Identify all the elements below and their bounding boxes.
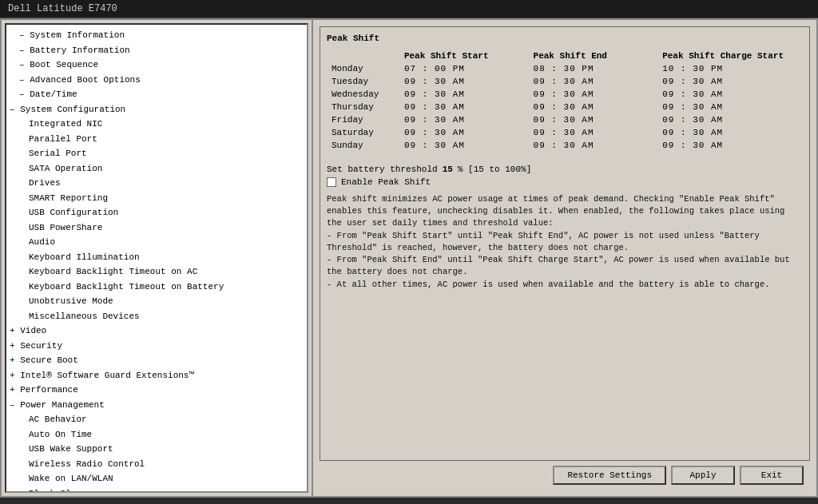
end-cell[interactable]: 09 : 30 AM [529, 88, 658, 101]
col-day [327, 50, 399, 62]
sidebar-item-intel-sge[interactable]: + Intel® Software Guard Extensions™ [6, 368, 307, 383]
day-cell: Sunday [327, 139, 399, 152]
sidebar-item-unobtrusive-mode[interactable]: Unobtrusive Mode [6, 294, 307, 309]
charge-cell[interactable]: 09 : 30 AM [657, 113, 803, 126]
sidebar-item-wireless-radio[interactable]: Wireless Radio Control [6, 457, 307, 472]
sidebar-item-usb-wake[interactable]: USB Wake Support [6, 442, 307, 457]
title-text: Dell Latitude E7470 [8, 3, 117, 14]
charge-cell[interactable]: 09 : 30 AM [657, 88, 803, 101]
sidebar-item-performance[interactable]: + Performance [6, 383, 307, 398]
sidebar-item-parallel-port[interactable]: Parallel Port [6, 132, 307, 147]
day-cell: Thursday [327, 101, 399, 113]
sidebar-item-security[interactable]: + Security [6, 339, 307, 354]
table-row: Monday07 : 00 PM08 : 30 PM10 : 30 PM [327, 62, 803, 75]
enable-peak-shift-checkbox[interactable] [327, 177, 336, 187]
sidebar-item-drives[interactable]: Drives [6, 176, 307, 191]
charge-cell[interactable]: 09 : 30 AM [657, 75, 803, 88]
sidebar-item-battery-info[interactable]: – Battery Information [6, 43, 307, 58]
day-cell: Wednesday [327, 88, 399, 101]
enable-peak-shift-row[interactable]: Enable Peak Shift [327, 177, 803, 187]
start-cell[interactable]: 09 : 30 AM [399, 88, 529, 101]
battery-threshold-row: Set battery threshold 15 % [15 to 100%] [327, 165, 803, 174]
table-row: Tuesday09 : 30 AM09 : 30 AM09 : 30 AM [327, 75, 803, 88]
end-cell[interactable]: 09 : 30 AM [529, 113, 658, 126]
peak-shift-table: Peak Shift Start Peak Shift End Peak Shi… [327, 50, 803, 152]
table-row: Saturday09 : 30 AM09 : 30 AM09 : 30 AM [327, 126, 803, 139]
sidebar-item-secure-boot[interactable]: + Secure Boot [6, 353, 307, 368]
charge-cell[interactable]: 09 : 30 AM [657, 126, 803, 139]
sidebar-item-power-management[interactable]: – Power Management [6, 398, 307, 413]
sidebar-item-boot-sequence[interactable]: – Boot Sequence [6, 58, 307, 73]
sidebar-item-system-config[interactable]: – System Configuration [6, 102, 307, 117]
threshold-range: % [15 to 100%] [458, 165, 531, 174]
description-line: - At all other times, AC power is used w… [327, 279, 803, 291]
title-bar: Dell Latitude E7470 [0, 0, 818, 18]
col-charge: Peak Shift Charge Start [657, 50, 803, 62]
main-container: – System Information– Battery Informatio… [0, 18, 818, 498]
restore-button[interactable]: Restore Settings [553, 466, 666, 485]
end-cell[interactable]: 09 : 30 AM [529, 101, 658, 113]
day-cell: Tuesday [327, 75, 399, 88]
left-panel: – System Information– Battery Informatio… [2, 20, 313, 496]
end-cell[interactable]: 09 : 30 AM [529, 126, 658, 139]
peak-shift-title: Peak Shift [327, 34, 803, 43]
table-row: Sunday09 : 30 AM09 : 30 AM09 : 30 AM [327, 139, 803, 152]
end-cell[interactable]: 08 : 30 PM [529, 62, 658, 75]
start-cell[interactable]: 09 : 30 AM [399, 113, 529, 126]
sidebar-item-date-time[interactable]: – Date/Time [6, 87, 307, 102]
peak-shift-section: Peak Shift Peak Shift Start Peak Shift E… [320, 26, 810, 461]
bottom-buttons: Restore Settings Apply Exit [320, 461, 810, 490]
sidebar-item-block-sleep[interactable]: Block Sleep [6, 486, 307, 494]
day-cell: Friday [327, 113, 399, 126]
day-cell: Saturday [327, 126, 399, 139]
sidebar-item-video[interactable]: + Video [6, 323, 307, 339]
start-cell[interactable]: 09 : 30 AM [399, 139, 529, 152]
start-cell[interactable]: 07 : 00 PM [399, 62, 529, 75]
table-row: Wednesday09 : 30 AM09 : 30 AM09 : 30 AM [327, 88, 803, 101]
sidebar-item-auto-on-time[interactable]: Auto On Time [6, 427, 307, 442]
peak-shift-description: Peak shift minimizes AC power usage at t… [327, 193, 803, 454]
sidebar-item-ac-behavior[interactable]: AC Behavior [6, 412, 307, 427]
sidebar-item-serial-port[interactable]: Serial Port [6, 146, 307, 161]
sidebar-item-sata-operation[interactable]: SATA Operation [6, 161, 307, 177]
start-cell[interactable]: 09 : 30 AM [399, 75, 529, 88]
sidebar-item-kb-backlight-battery[interactable]: Keyboard Backlight Timeout on Battery [6, 280, 307, 295]
charge-cell[interactable]: 09 : 30 AM [657, 139, 803, 152]
sidebar-item-misc-devices[interactable]: Miscellaneous Devices [6, 309, 307, 324]
table-row: Friday09 : 30 AM09 : 30 AM09 : 30 AM [327, 113, 803, 126]
col-end: Peak Shift End [529, 50, 658, 62]
end-cell[interactable]: 09 : 30 AM [529, 139, 658, 152]
sidebar-item-audio[interactable]: Audio [6, 235, 307, 250]
description-line: - From "Peak Shift End" until "Peak Shif… [327, 254, 803, 278]
sidebar-item-integrated-nic[interactable]: Integrated NIC [6, 117, 307, 132]
sidebar-item-usb-config[interactable]: USB Configuration [6, 205, 307, 220]
sidebar-item-system-info[interactable]: – System Information [6, 28, 307, 43]
sidebar-item-kb-backlight-ac[interactable]: Keyboard Backlight Timeout on AC [6, 264, 307, 280]
description-line: Peak shift minimizes AC power usage at t… [327, 193, 803, 230]
charge-cell[interactable]: 10 : 30 PM [657, 62, 803, 75]
threshold-label: Set battery threshold [327, 165, 438, 174]
col-start: Peak Shift Start [399, 50, 529, 62]
description-line: - From "Peak Shift Start" until "Peak Sh… [327, 230, 803, 254]
nav-tree[interactable]: – System Information– Battery Informatio… [5, 23, 308, 493]
right-panel: Peak Shift Peak Shift Start Peak Shift E… [313, 20, 816, 496]
exit-button[interactable]: Exit [740, 466, 804, 485]
sidebar-item-keyboard-illumination[interactable]: Keyboard Illumination [6, 250, 307, 265]
apply-button[interactable]: Apply [671, 466, 735, 485]
end-cell[interactable]: 09 : 30 AM [529, 75, 658, 88]
sidebar-item-usb-powershare[interactable]: USB PowerShare [6, 220, 307, 236]
threshold-value: 15 [443, 165, 453, 174]
sidebar-item-advanced-boot[interactable]: – Advanced Boot Options [6, 73, 307, 88]
sidebar-item-wake-lan[interactable]: Wake on LAN/WLAN [6, 471, 307, 486]
table-row: Thursday09 : 30 AM09 : 30 AM09 : 30 AM [327, 101, 803, 113]
sidebar-item-smart-reporting[interactable]: SMART Reporting [6, 191, 307, 206]
start-cell[interactable]: 09 : 30 AM [399, 126, 529, 139]
start-cell[interactable]: 09 : 30 AM [399, 101, 529, 113]
charge-cell[interactable]: 09 : 30 AM [657, 101, 803, 113]
enable-peak-shift-label: Enable Peak Shift [341, 177, 431, 187]
day-cell: Monday [327, 62, 399, 75]
